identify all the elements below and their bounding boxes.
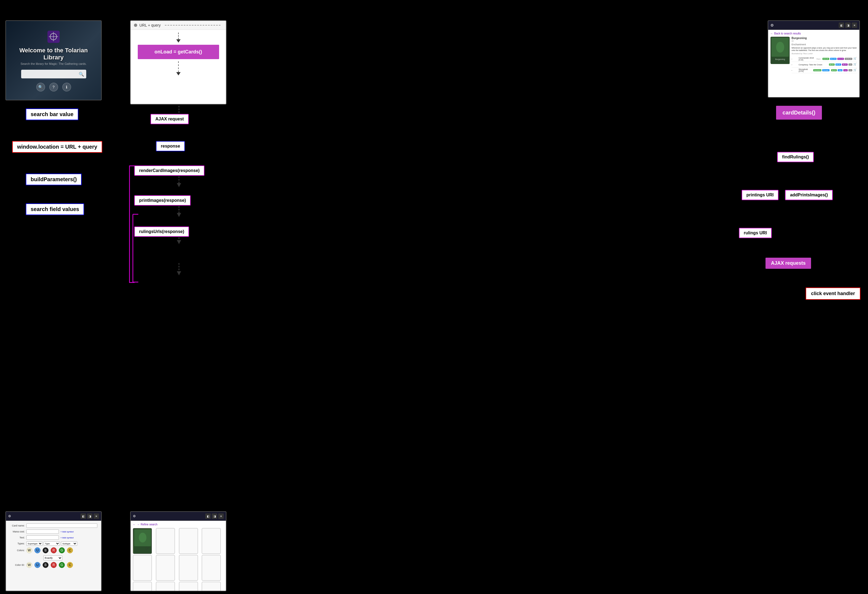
- cart-icon-2[interactable]: 🛒: [853, 63, 857, 66]
- form-row-color-id: Color ID: W U B R G C: [10, 562, 97, 568]
- card-cell-12[interactable]: [202, 582, 221, 591]
- build-parameters-label: buildParameters(): [31, 176, 77, 182]
- color-id-red-btn[interactable]: R: [51, 562, 57, 568]
- form-icon-3[interactable]: ✕: [93, 513, 99, 519]
- mana-cost-add-btn[interactable]: + Add symbol: [61, 530, 74, 533]
- grid-icon-3[interactable]: ✕: [218, 513, 224, 519]
- form-row-types: Types: Supertype Type Subtype: [10, 541, 97, 546]
- types-selects: Supertype Type Subtype: [26, 541, 77, 546]
- color-id-black-btn[interactable]: B: [43, 562, 49, 568]
- card-set-row-3: ▪ Stronghold (STR) Standard Pioneer $9.0…: [791, 68, 857, 73]
- color-id-green-btn[interactable]: G: [59, 562, 65, 568]
- cart-icon-1[interactable]: 🛒: [853, 57, 857, 61]
- card-detail-back-text: Back to search results: [774, 32, 801, 35]
- flow-diagram-screenshot: URL + query onLoad = getCards(): [130, 20, 226, 105]
- flow-body: onLoad = getCards(): [131, 30, 226, 89]
- text-input[interactable]: [26, 535, 59, 540]
- tolarian-title: Welcome to the Tolarian Library: [11, 47, 96, 61]
- card-cell-11[interactable]: [179, 582, 198, 591]
- card-name-input[interactable]: [26, 523, 97, 528]
- grid-icon-2[interactable]: ◨: [212, 513, 217, 519]
- set-prices-3: $9.06 High Foil n/a: [831, 69, 852, 71]
- flow-diagram-header: URL + query: [131, 21, 226, 30]
- svg-marker-10: [177, 213, 181, 217]
- cart-icon-3[interactable]: 🛒: [853, 68, 857, 72]
- card-detail-icon-2[interactable]: ◨: [845, 22, 851, 28]
- print-images-container: printImages(response): [134, 195, 190, 205]
- card-image: Burgeoning: [771, 37, 789, 64]
- color-id-white-btn[interactable]: W: [26, 562, 32, 568]
- subtype-select[interactable]: Subtype: [61, 541, 77, 546]
- card-detail-icon-3[interactable]: ✕: [852, 22, 857, 28]
- card-detail-back-link[interactable]: ← Back to search results: [771, 32, 857, 35]
- card-grid-screenshot: ⚙ ◧ ◨ ✕ ← ← Refine search: [130, 511, 226, 591]
- supertype-select[interactable]: Supertype: [26, 541, 43, 546]
- price-low-1: $13.06: [822, 58, 829, 60]
- card-info: Burgeoning ⓪ Enchantment Whenever an opp…: [791, 37, 857, 73]
- card-cell-7[interactable]: [179, 555, 198, 581]
- window-location-box: window.location = URL + query: [12, 141, 102, 153]
- color-blue-btn[interactable]: U: [34, 547, 40, 553]
- tolarian-search-bar[interactable]: 🔍: [21, 70, 86, 78]
- refine-search-link[interactable]: ← ← Refine search: [133, 523, 224, 526]
- card-detail-logo-icon: ⚙: [771, 23, 774, 27]
- price-med-2: $9.06: [836, 64, 841, 66]
- text-add-btn[interactable]: + Add symbol: [61, 536, 74, 539]
- mana-cost-label: Mana cost:: [10, 530, 25, 533]
- form-icon-1[interactable]: ◧: [81, 513, 86, 519]
- card-cell-6[interactable]: [156, 555, 175, 581]
- rulings-urls-container: rulingsUrls(response): [134, 226, 189, 237]
- card-cell-10[interactable]: [156, 582, 175, 591]
- bracket-bottom: [129, 282, 134, 283]
- tolarian-search-btn[interactable]: 🔍: [36, 83, 45, 92]
- form-icon-2[interactable]: ◨: [87, 513, 93, 519]
- card-cell-8[interactable]: [202, 555, 221, 581]
- color-id-colorless-btn[interactable]: C: [67, 562, 73, 568]
- exactly-select[interactable]: Exactly: [43, 556, 62, 560]
- printings-uri-container: printings URI: [742, 190, 778, 200]
- card-detail-icon-1[interactable]: ◧: [839, 22, 844, 28]
- form-row-card-name: Card name:: [10, 523, 97, 528]
- card-oracle-icon: ⓪: [791, 40, 857, 43]
- find-rulings-box: findRulings(): [777, 152, 814, 162]
- rulings-urls-box: rulingsUrls(response): [134, 226, 189, 237]
- card-details-container: cardDetails(): [776, 106, 822, 120]
- color-red-btn[interactable]: R: [51, 547, 57, 553]
- ajax-requests-container: AJAX requests: [766, 258, 811, 269]
- add-prints-images-container: addPrintsImages(): [785, 190, 833, 200]
- color-id-checkboxes: W U B R G C: [26, 562, 73, 568]
- print-images-box: printImages(response): [134, 195, 190, 205]
- type-select[interactable]: Type: [44, 541, 60, 546]
- card-detail-body: ← Back to search results Burgeoning Burg…: [768, 30, 859, 98]
- color-id-blue-btn[interactable]: U: [34, 562, 40, 568]
- card-set-row-1: ▪ Commander 2016 (C16) Rare $13.06 $13.0…: [791, 56, 857, 62]
- set-rarity-badges: Standard Pioneer: [813, 69, 830, 71]
- card-cell-4[interactable]: [202, 528, 221, 554]
- card-cell-9[interactable]: [133, 582, 152, 591]
- card-cell-3[interactable]: [179, 528, 198, 554]
- card-cell-2[interactable]: [156, 528, 175, 554]
- color-white-btn[interactable]: W: [26, 547, 32, 553]
- tolarian-help-btn[interactable]: ?: [49, 83, 58, 92]
- price-high-1: $13.06: [837, 58, 844, 60]
- tolarian-info-btn[interactable]: ℹ: [62, 83, 71, 92]
- mana-cost-input[interactable]: [26, 529, 59, 534]
- card-cell-5[interactable]: [133, 555, 152, 581]
- form-row-colors: Colors: W U B R G C: [10, 547, 97, 553]
- color-black-btn[interactable]: B: [43, 547, 49, 553]
- card-cell-1[interactable]: ☞: [133, 528, 152, 554]
- set-icon-3: ▪: [791, 69, 797, 71]
- set-prices-2: $9.06 $9.06 $9.06 n/a: [829, 64, 852, 66]
- svg-point-23: [139, 533, 146, 542]
- svg-point-19: [776, 42, 784, 53]
- flow-dot-icon: [134, 24, 137, 27]
- color-colorless-btn[interactable]: C: [67, 547, 73, 553]
- search-form-logo: ⚙: [8, 514, 11, 518]
- price-low-2: $9.06: [829, 64, 835, 66]
- grid-icon-1[interactable]: ◧: [205, 513, 211, 519]
- tolarian-logo-icon: [46, 29, 61, 44]
- price-high-3: Foil: [843, 69, 848, 71]
- color-green-btn[interactable]: G: [59, 547, 65, 553]
- card-detail-screenshot: ⚙ ◧ ◨ ✕ ← Back to search results Burgeon…: [768, 20, 860, 98]
- card-grid-header: ⚙ ◧ ◨ ✕: [131, 512, 226, 521]
